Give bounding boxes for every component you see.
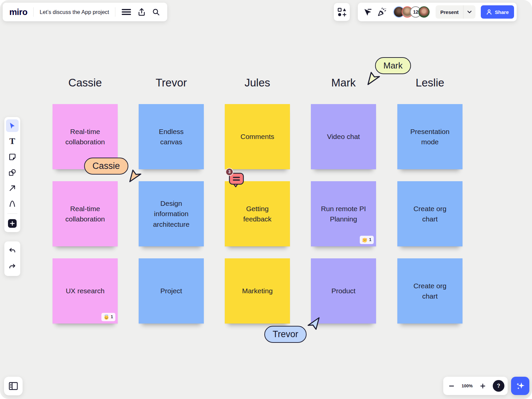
present-button[interactable]: Present (436, 5, 475, 19)
column-header-cassie[interactable]: Cassie (53, 76, 118, 89)
divider (33, 7, 34, 17)
cursor-name: Trevor (273, 329, 298, 339)
main-menu-button[interactable] (121, 8, 131, 16)
text-tool-icon: T (9, 137, 15, 146)
avatar-stack: 12 (393, 6, 430, 18)
column-header-jules[interactable]: Jules (225, 76, 290, 89)
divider (115, 7, 115, 17)
cursor-name-tag-cassie: Cassie (84, 158, 128, 175)
follow-cursor-button[interactable] (363, 8, 372, 17)
zoom-out-icon (449, 383, 455, 389)
note-text: Real-time collaboration (57, 126, 113, 147)
note-text: Design information architecture (143, 198, 199, 230)
reaction-badge[interactable]: 1 (101, 313, 115, 321)
miro-whiteboard: miro Let’s discuss the App project (0, 0, 532, 399)
cursor-name: Mark (383, 61, 403, 71)
ai-assistant-icon (515, 381, 525, 391)
add-more-tools-button[interactable] (6, 217, 19, 230)
sticky-note[interactable]: Create org chart (397, 258, 463, 324)
undo-icon (8, 247, 16, 255)
help-button[interactable]: ? (493, 380, 504, 392)
pen-tool-icon (8, 200, 16, 208)
sticky-note[interactable]: Endless canvas (139, 104, 204, 169)
board-title[interactable]: Let’s discuss the App project (40, 9, 109, 15)
zoom-in-button[interactable] (480, 383, 486, 389)
comment-pin[interactable]: 3 (225, 169, 247, 191)
note-text: Product (332, 286, 355, 296)
templates-button[interactable] (337, 8, 346, 17)
main-toolbar: miro Let’s discuss the App project (3, 3, 167, 21)
sticky-note[interactable]: Presentation mode (397, 104, 463, 169)
frames-panel-button[interactable] (4, 377, 23, 395)
note-text: UX research (66, 286, 105, 296)
share-button[interactable]: Share (481, 5, 514, 19)
sticky-note[interactable]: Create org chart (397, 181, 463, 246)
sticky-note[interactable]: Comments (225, 104, 290, 169)
zoom-level[interactable]: 100% (462, 383, 472, 388)
undo-button[interactable] (6, 244, 19, 257)
comment-count-badge: 3 (225, 168, 233, 176)
miro-logo[interactable]: miro (9, 7, 27, 17)
select-tool-icon (9, 122, 16, 129)
zoom-controls: 100% ? (443, 377, 508, 395)
sticky-note[interactable]: Getting feedback 3 (225, 181, 290, 246)
export-button[interactable] (137, 8, 146, 16)
text-tool[interactable]: T (6, 135, 19, 148)
creation-toolbar: T (4, 117, 20, 232)
sticky-note[interactable]: Product (311, 258, 376, 324)
column-header-leslie[interactable]: Leslie (397, 76, 463, 89)
note-text: Create org chart (408, 203, 452, 224)
sticky-note[interactable]: Marketing (225, 258, 290, 324)
cursor-name-tag-trevor: Trevor (264, 326, 307, 343)
shapes-tool-icon (8, 169, 16, 177)
templates-card (334, 3, 350, 21)
shapes-tool[interactable] (6, 166, 19, 179)
reaction-count: 1 (369, 237, 371, 243)
sticky-note-tool[interactable] (6, 151, 19, 163)
cursor-name: Cassie (92, 161, 120, 171)
current-user-avatar[interactable] (418, 6, 430, 18)
sticky-note[interactable]: Project (139, 258, 204, 324)
pen-tool[interactable] (6, 198, 19, 210)
hearts-emoji-icon (362, 237, 367, 243)
frames-panel-icon (9, 382, 18, 390)
history-toolbar (4, 241, 20, 276)
chevron-down-icon[interactable] (464, 11, 475, 13)
menu-icon (121, 8, 131, 16)
follow-cursor-icon (363, 8, 372, 17)
sticky-note[interactable]: Design information architecture (139, 181, 204, 246)
note-text: Presentation mode (402, 126, 458, 147)
search-icon (152, 8, 160, 16)
sticky-note-tool-icon (8, 153, 16, 161)
note-text: Endless canvas (153, 126, 190, 147)
connector-tool[interactable] (6, 182, 19, 195)
sticky-note[interactable]: Video chat (311, 104, 376, 169)
select-tool[interactable] (6, 119, 19, 132)
zoom-out-button[interactable] (449, 383, 455, 389)
note-text: Create org chart (408, 281, 452, 302)
column-header-trevor[interactable]: Trevor (139, 76, 204, 89)
sticky-note[interactable]: UX research 1 (53, 258, 118, 324)
connector-tool-icon (8, 184, 16, 192)
add-tool-icon (8, 219, 17, 228)
reactions-icon (377, 7, 387, 17)
redo-button[interactable] (6, 260, 19, 273)
share-person-icon (486, 9, 492, 15)
collaborator-cursor-icon (307, 316, 321, 331)
sticky-note[interactable]: Real-time collaboration (53, 181, 118, 246)
note-text: Real-time collaboration (57, 203, 113, 224)
sticky-note[interactable]: Run remote PI Planning 1 (311, 181, 376, 246)
collaboration-toolbar: 12 Present Share (358, 3, 517, 21)
zoom-in-icon (480, 383, 486, 389)
collaborator-cursor-icon (128, 168, 142, 184)
search-button[interactable] (152, 8, 160, 16)
export-icon (137, 8, 146, 16)
share-label: Share (495, 9, 509, 15)
ai-assistant-button[interactable] (511, 377, 529, 395)
note-text: Comments (240, 131, 274, 142)
reaction-badge[interactable]: 1 (360, 236, 374, 244)
note-text: Marketing (242, 286, 273, 296)
note-text: Video chat (327, 131, 360, 142)
note-text: Project (160, 286, 182, 296)
reactions-button[interactable] (377, 7, 387, 17)
